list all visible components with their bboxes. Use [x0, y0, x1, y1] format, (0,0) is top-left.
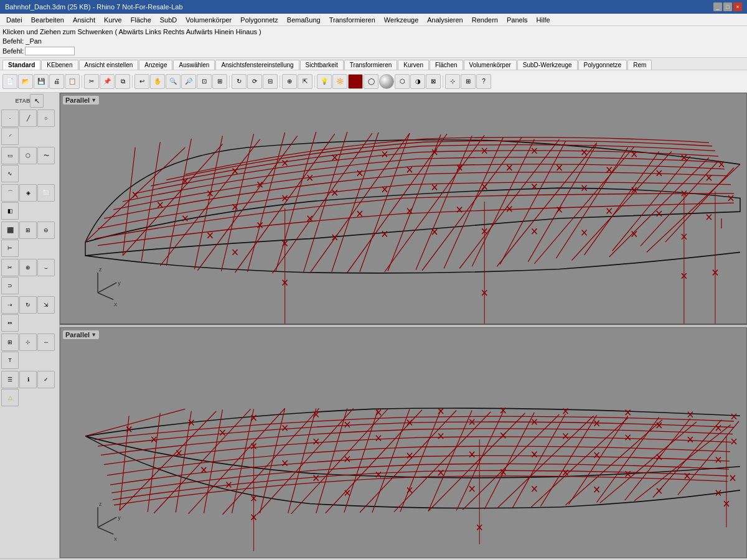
- viewport-top-dropdown[interactable]: ▼: [91, 97, 96, 103]
- tb-copy2[interactable]: ⧉: [115, 74, 130, 89]
- tab-kebenen[interactable]: KEbenen: [41, 60, 78, 70]
- lt-move2[interactable]: ⇢: [1, 296, 19, 314]
- lt-line[interactable]: ╱: [19, 110, 37, 127]
- lt-fillet[interactable]: ⌣: [37, 259, 55, 276]
- tb-open[interactable]: 📂: [18, 74, 33, 89]
- tb-wire[interactable]: ⊠: [426, 74, 441, 89]
- tb-cut[interactable]: ✂: [84, 74, 99, 89]
- lt-prop[interactable]: ℹ: [19, 371, 37, 388]
- tab-anzeige[interactable]: Anzeige: [139, 60, 172, 70]
- command-line3[interactable]: Befehl:: [2, 47, 745, 56]
- tab-volumenkoerper[interactable]: Volumenkörper: [464, 60, 517, 70]
- tb-help[interactable]: ?: [476, 74, 491, 89]
- menu-flaeche[interactable]: Fläche: [127, 15, 155, 25]
- tb-light1[interactable]: 💡: [317, 74, 332, 89]
- tb-zoom-in[interactable]: 🔍: [166, 74, 181, 89]
- tb-render-ball[interactable]: [379, 74, 394, 89]
- tb-copy[interactable]: 📋: [65, 74, 80, 89]
- tb-move[interactable]: ⇱: [298, 74, 312, 89]
- tb-zoom-sel[interactable]: ⊞: [212, 74, 227, 89]
- menu-transformieren[interactable]: Transformieren: [326, 15, 379, 25]
- lt-mesh[interactable]: ⊞: [19, 222, 37, 239]
- tab-polygonnetze[interactable]: Polygonnetze: [578, 60, 627, 70]
- menu-panels[interactable]: Panels: [503, 15, 532, 25]
- menu-datei[interactable]: Datei: [2, 15, 26, 25]
- lt-spline[interactable]: ⌒: [1, 184, 19, 202]
- lt-dim[interactable]: ↔: [37, 334, 55, 351]
- lt-curve[interactable]: ∿: [1, 165, 19, 182]
- menu-hilfe[interactable]: Hilfe: [533, 15, 554, 25]
- tab-auswaehlen[interactable]: Auswählen: [173, 60, 215, 70]
- menu-ansicht[interactable]: Ansicht: [69, 15, 99, 25]
- lt-split[interactable]: ⊢: [1, 240, 19, 257]
- tab-standard[interactable]: Standard: [2, 60, 40, 70]
- lt-rotate2[interactable]: ↻: [19, 296, 37, 314]
- lt-text[interactable]: T: [1, 352, 19, 369]
- lt-check[interactable]: ✓: [37, 371, 55, 388]
- menu-werkzeuge[interactable]: Werkzeuge: [380, 15, 422, 25]
- tb-color[interactable]: [348, 74, 363, 89]
- tb-undo[interactable]: ↩: [134, 74, 149, 89]
- tb-zoom-all[interactable]: ⊡: [197, 74, 212, 89]
- lt-freeform[interactable]: 〜: [37, 147, 55, 164]
- menu-bemaszung[interactable]: Bemaßung: [283, 15, 324, 25]
- viewport-bottom[interactable]: Parallel ▼: [60, 327, 747, 559]
- tb-rotate[interactable]: ↻: [232, 74, 247, 89]
- lt-snap2[interactable]: ⊹: [19, 334, 37, 351]
- lt-join[interactable]: ⊕: [19, 259, 37, 276]
- tb-grid[interactable]: ⊞: [461, 74, 476, 89]
- tab-ansichtsfenstereinstellung[interactable]: Ansichtsfenstereinstellung: [215, 60, 299, 70]
- tb-print[interactable]: 🖨: [49, 74, 64, 89]
- lt-scale[interactable]: ⇲: [37, 296, 55, 314]
- tab-flaechen[interactable]: Flächen: [430, 60, 463, 70]
- lt-boolean[interactable]: ⊖: [37, 222, 55, 239]
- tb-rotate2[interactable]: ⟳: [247, 74, 262, 89]
- close-button[interactable]: ×: [733, 2, 742, 11]
- lt-cone[interactable]: △: [1, 389, 19, 406]
- tb-pan[interactable]: ✋: [150, 74, 165, 89]
- menu-polygonnetz[interactable]: Polygonnetz: [237, 15, 282, 25]
- tb-light2[interactable]: 🔆: [332, 74, 347, 89]
- lt-trim[interactable]: ✂: [1, 259, 19, 276]
- viewport-bottom-dropdown[interactable]: ▼: [91, 332, 96, 338]
- viewport-top[interactable]: Parallel ▼: [60, 93, 747, 325]
- minimize-button[interactable]: _: [713, 2, 722, 11]
- tb-snap[interactable]: ⊹: [445, 74, 460, 89]
- lt-arc[interactable]: ◜: [1, 128, 19, 145]
- lt-layer[interactable]: ☰: [1, 371, 19, 388]
- lt-circle[interactable]: ○: [37, 110, 55, 127]
- tb-paste[interactable]: 📌: [100, 74, 115, 89]
- tab-sichtbarkeit[interactable]: Sichtbarkeit: [300, 60, 344, 70]
- maximize-button[interactable]: □: [723, 2, 732, 11]
- tb-save[interactable]: 💾: [34, 74, 49, 89]
- tab-subd-werkzeuge[interactable]: SubD-Werkzeuge: [517, 60, 578, 70]
- tb-cursor[interactable]: ⊕: [282, 74, 297, 89]
- menu-rendern[interactable]: Rendern: [468, 15, 502, 25]
- lt-nurbs[interactable]: ◈: [19, 184, 37, 202]
- lt-mirror[interactable]: ⇔: [1, 314, 19, 332]
- tb-new[interactable]: 📄: [2, 74, 17, 89]
- lt-array[interactable]: ⊞: [1, 334, 19, 351]
- tb-display[interactable]: ⬡: [395, 74, 410, 89]
- lt-extrude[interactable]: ⬛: [1, 222, 19, 239]
- lt-polygon[interactable]: ⬡: [19, 147, 37, 164]
- lt-loft[interactable]: ◧: [1, 202, 19, 220]
- menu-bearbeiten[interactable]: Bearbeiten: [27, 15, 68, 25]
- tab-transformieren[interactable]: Transformieren: [344, 60, 397, 70]
- tb-material[interactable]: ◯: [364, 74, 378, 89]
- lt-surface[interactable]: ⬜: [37, 184, 55, 202]
- tab-kurven[interactable]: Kurven: [398, 60, 429, 70]
- menu-kurve[interactable]: Kurve: [100, 15, 126, 25]
- lt-point[interactable]: ·: [1, 110, 19, 127]
- tab-ansicht-einstellen[interactable]: Ansicht einstellen: [79, 60, 139, 70]
- menu-subd[interactable]: SubD: [156, 15, 181, 25]
- tb-shade[interactable]: ◑: [410, 74, 425, 89]
- tab-rem[interactable]: Rem: [627, 60, 652, 70]
- lt-rectangle[interactable]: ▭: [1, 147, 19, 164]
- lt-arrow[interactable]: ↖: [30, 94, 44, 108]
- menu-volumenkoerper[interactable]: Volumenkörper: [182, 15, 235, 25]
- lt-offset[interactable]: ⊃: [1, 277, 19, 294]
- menu-analysieren[interactable]: Analysieren: [423, 15, 466, 25]
- tb-zoom-out[interactable]: 🔎: [181, 74, 196, 89]
- tb-viewport[interactable]: ⊟: [263, 74, 278, 89]
